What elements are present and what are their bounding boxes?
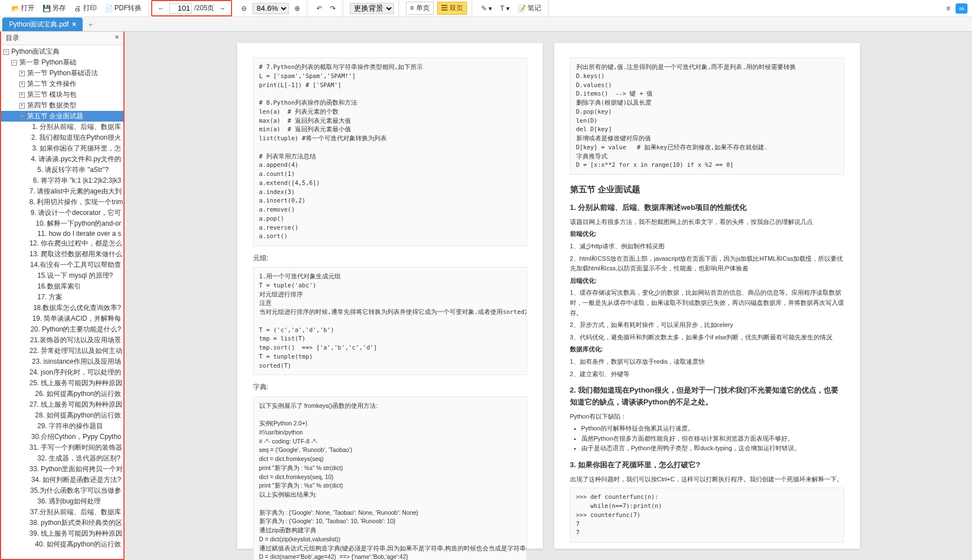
rotate-right-button[interactable]: ↷	[328, 3, 338, 14]
outline-item[interactable]: 12. 你在爬虫过程中，都是怎么	[1, 238, 123, 249]
outline-item[interactable]: 39. 线上服务可能因为种种原因	[1, 528, 123, 539]
saveas-button[interactable]: 💾另存	[40, 2, 68, 14]
tree-toggle-icon[interactable]: +	[19, 103, 25, 109]
infinity-badge[interactable]: ∞	[956, 3, 967, 14]
outline-item[interactable]: 35.为什么函数名字可以当做参	[1, 485, 123, 496]
tree-toggle-icon[interactable]: +	[19, 92, 25, 98]
paragraph: 3、代码优化，避免循环和判断次数太多，如果多个if else判断，优先判断最有可…	[570, 333, 844, 343]
outline-tree[interactable]: −Python面试宝典−第一章 Python基础+第一节 Python基础语法+…	[1, 45, 123, 559]
outline-item[interactable]: 15.说一下 mysql 的原理?	[1, 270, 123, 281]
outline-item[interactable]: −第一章 Python基础	[1, 57, 123, 68]
double-page-button[interactable]: ☰ 双页	[437, 2, 467, 15]
outline-item[interactable]: 32. 生成器，迭代器的区别?	[1, 453, 123, 464]
tree-toggle-icon[interactable]: −	[3, 49, 9, 55]
background-select[interactable]: 更换背景	[350, 3, 394, 14]
outline-item[interactable]: 13. 爬取这些数据都用来做什么	[1, 249, 123, 260]
outline-item[interactable]: 40. 如何提高python的运行效	[1, 539, 123, 550]
page-navigation: ← /205页 →	[151, 0, 232, 16]
page-number-input[interactable]	[169, 3, 192, 14]
outline-item-label: 13. 爬取这些数据都用来做什么	[29, 249, 122, 259]
outline-item[interactable]: 20. Python的主要功能是什么?	[1, 324, 123, 335]
tree-toggle-icon[interactable]: −	[19, 114, 25, 119]
paragraph: 2、异步方式，如果有耗时操作，可以采用异步，比如celery	[570, 320, 844, 330]
page-right: 列出所有的键,值.注意得到的是一个可迭代对象,而不是列表.用的时候需要转换 D.…	[554, 43, 860, 549]
outline-item[interactable]: 36. 遇到bug如何处理	[1, 496, 123, 507]
paragraph: 1、如有条件，数据可以存放于redis，读取速度快	[570, 357, 844, 367]
outline-item[interactable]: 2. 我们都知道现在Python很火	[1, 132, 123, 143]
outline-item[interactable]: 34. 如何判断是函数还是方法?	[1, 475, 123, 485]
outline-item[interactable]: 25. 线上服务可能因为种种原因	[1, 378, 123, 389]
outline-item[interactable]: 21.装饰器的写法以及应用场景	[1, 335, 123, 346]
tree-toggle-icon[interactable]: +	[19, 71, 25, 76]
outline-item[interactable]: 11. how do I iterate over a s	[1, 229, 123, 238]
outline-item[interactable]: 19. 简单谈谈ACID，并解释每	[1, 313, 123, 324]
print-button[interactable]: 🖨打印	[71, 2, 99, 14]
outline-item[interactable]: 18.数据库怎么优化查询效率?	[1, 303, 123, 313]
outline-item-label: 34. 如何判断是函数还是方法?	[31, 475, 121, 485]
outline-item[interactable]: 31. 手写一个判断时间的装饰器	[1, 442, 123, 453]
zoom-select[interactable]: 84.6%	[252, 3, 289, 14]
outline-item[interactable]: 10. 解释一下python的and-or	[1, 218, 123, 229]
outline-item[interactable]: −Python面试宝典	[1, 46, 123, 57]
outline-item-label: 3. 如果你困在了死循环里，怎	[32, 144, 121, 153]
outline-item[interactable]: 28. 如何提高python的运行效	[1, 410, 123, 421]
outline-item[interactable]: 37.分别从前端、后端、数据库	[1, 507, 123, 518]
prev-page-button[interactable]: ←	[156, 3, 167, 14]
outline-item[interactable]: 38. python新式类和经典类的区	[1, 518, 123, 528]
outline-item[interactable]: 8. 利用切片操作，实现一个trim	[1, 197, 123, 208]
outline-item[interactable]: 24. json序列化时，可以处理的	[1, 367, 123, 378]
document-tab[interactable]: Python面试宝典.pdf ×	[2, 18, 83, 31]
notes-button[interactable]: 📝 笔记	[515, 2, 543, 14]
outline-item-label: 第一章 Python基础	[19, 58, 76, 67]
outline-item[interactable]: 26. 如何提高python的运行效	[1, 389, 123, 399]
outline-item[interactable]: +第四节 数据类型	[1, 100, 123, 111]
outline-item[interactable]: 30.介绍Cython，Pypy Cpytho	[1, 432, 123, 442]
outline-item[interactable]: 7. 请按alist中元素的age由大到	[1, 186, 123, 197]
highlight-button[interactable]: ✎ ▾	[479, 3, 494, 14]
outline-item[interactable]: +第一节 Python基础语法	[1, 68, 123, 79]
outline-item[interactable]: +第二节 文件操作	[1, 79, 123, 89]
outline-item[interactable]: 17. 方案	[1, 292, 123, 303]
outline-item[interactable]: 1. 分别从前端、后端、数据库	[1, 122, 123, 132]
question-heading: 2. 我们都知道现在Python很火，但是对于一门技术我们不光要知道它的优点，也…	[570, 385, 844, 408]
paragraph: 1、缓存存储读写次数高，变化少的数据，比如网站首页的信息、商品的信息等。应用程序…	[570, 288, 844, 318]
outline-item[interactable]: 16.数据库索引	[1, 281, 123, 292]
outline-item[interactable]: +第三节 模块与包	[1, 89, 123, 100]
zoom-in-button[interactable]: ⊕	[292, 3, 302, 14]
outline-item-label: 11. how do I iterate over a s	[37, 230, 121, 238]
outline-item[interactable]: 23. isinstance作用以及应用场	[1, 356, 123, 367]
section-heading: 第五节 企业面试题	[570, 183, 844, 196]
outline-item[interactable]: 6. 将字符串 "k:1 |k1:2|k2:3|k3	[1, 175, 123, 186]
outline-item[interactable]: 9. 请设计一个decorator，它可	[1, 208, 123, 218]
page-left: # 7.Python的列表的截取与字符串操作类型相同,如下所示 L = ['sp…	[237, 43, 543, 549]
open-button[interactable]: 📂打开	[9, 2, 37, 14]
outline-item[interactable]: −第五节 企业面试题	[1, 111, 123, 122]
outline-item-label: 37.分别从前端、后端、数据库	[30, 507, 121, 517]
text-button[interactable]: T ▾	[498, 3, 511, 14]
zoom-out-button[interactable]: ⊖	[239, 3, 249, 14]
outline-item-label: 23. isinstance作用以及应用场	[32, 357, 121, 367]
question-heading: 3. 如果你困在了死循环里，怎么打破它?	[570, 459, 844, 471]
outline-item[interactable]: 14.有没有一个工具可以帮助查	[1, 260, 123, 270]
outline-item-label: 35.为什么函数名字可以当做参	[30, 486, 121, 496]
outline-item-label: 第四节 数据类型	[27, 101, 76, 110]
paragraph: 该题目网上有很多方法，我不想截图网上的长串文字，看的头疼，按我自己的理解说几点	[570, 217, 844, 227]
outline-item[interactable]: 5. 请反转字符串 "aStr"?	[1, 165, 123, 175]
content-area[interactable]: # 7.Python的列表的截取与字符串操作类型相同,如下所示 L = ['sp…	[125, 32, 972, 560]
rotate-left-button[interactable]: ↶	[314, 3, 324, 14]
tree-toggle-icon[interactable]: +	[19, 81, 25, 87]
close-outline-icon[interactable]: ×	[115, 33, 119, 43]
outline-item[interactable]: 33. Python里面如何拷贝一个对	[1, 464, 123, 475]
tab-close-icon[interactable]: ×	[72, 20, 76, 28]
outline-item[interactable]: 4. 请谈谈.pyc文件和.py文件的	[1, 154, 123, 165]
add-tab-button[interactable]: +	[83, 19, 98, 31]
menu-icon[interactable]: ≡	[946, 5, 950, 12]
outline-item[interactable]: 29. 字符串的操作题目	[1, 421, 123, 432]
pdf-convert-button[interactable]: 📄PDF转换	[102, 2, 144, 14]
single-page-button[interactable]: ≡ 单页	[406, 2, 433, 15]
tree-toggle-icon[interactable]: −	[11, 60, 17, 66]
outline-item[interactable]: 3. 如果你困在了死循环里，怎	[1, 143, 123, 154]
outline-item[interactable]: 27. 线上服务可能因为种种原因	[1, 399, 123, 410]
outline-item[interactable]: 22. 异常处理写法以及如何主动	[1, 346, 123, 356]
next-page-button[interactable]: →	[216, 3, 228, 14]
